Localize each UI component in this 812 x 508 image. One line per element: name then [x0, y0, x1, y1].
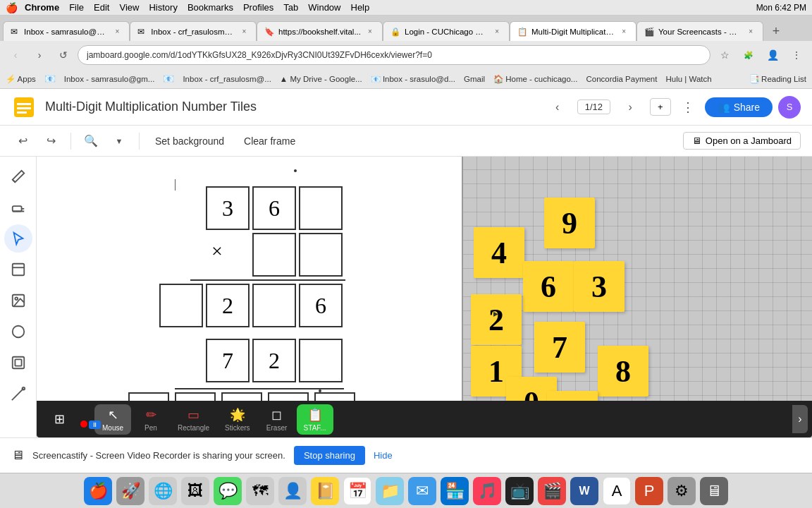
dock-screencast[interactable]: 🎬	[538, 477, 566, 505]
collapse-toolbar-button[interactable]: ›	[792, 405, 808, 433]
num-box-empty-6[interactable]	[299, 339, 343, 382]
tab-close-2[interactable]: ×	[240, 27, 249, 37]
dock-system-prefs[interactable]: ⚙	[668, 477, 696, 505]
back-button[interactable]: ‹	[6, 45, 25, 65]
menu-profiles[interactable]: Profiles	[243, 2, 273, 13]
menu-window[interactable]: Window	[308, 2, 340, 13]
laser-tool[interactable]	[4, 380, 32, 408]
dock-messages[interactable]: 💬	[214, 477, 242, 505]
redo-button[interactable]: ↪	[39, 130, 62, 152]
stop-sharing-button[interactable]: Stop sharing	[294, 446, 365, 465]
num-box-empty-1[interactable]	[299, 186, 343, 230]
tab-login[interactable]: 🔒 Login - CUChicago CAS ×	[383, 21, 510, 41]
next-frame-button[interactable]: ›	[619, 96, 641, 119]
dock-calendar[interactable]: 📅	[343, 477, 371, 505]
tab-close-5[interactable]: ×	[620, 27, 629, 37]
mouse-tool-btn[interactable]: ↖ Mouse	[94, 404, 131, 435]
reading-list-button[interactable]: 📑 Reading List	[749, 74, 806, 84]
pen-tool[interactable]	[4, 162, 32, 190]
num-box-6b[interactable]: 6	[299, 284, 343, 327]
dock-word[interactable]: W	[570, 477, 598, 505]
tab-jamboard[interactable]: 📋 Multi-Digit Multiplicatio... ×	[510, 21, 636, 41]
bookmark-apps[interactable]: ⚡ Apps	[6, 74, 36, 84]
bookmark-gmail-main[interactable]: Gmail	[464, 75, 485, 83]
num-box-7[interactable]: 7	[206, 339, 250, 382]
more-menu-button[interactable]: ⋮	[677, 96, 699, 119]
num-box-2b[interactable]: 2	[252, 339, 296, 382]
share-button[interactable]: 👥 Share	[705, 97, 773, 117]
sticky-tool[interactable]	[4, 255, 32, 284]
dock-maps[interactable]: 🗺	[246, 477, 274, 505]
tab-screencasts[interactable]: 🎬 Your Screencasts - Sc... ×	[636, 21, 763, 41]
reload-button[interactable]: ↺	[54, 45, 73, 65]
yellow-tile-6[interactable]: 6	[523, 261, 574, 312]
select-tool[interactable]	[4, 224, 32, 253]
add-frame-button[interactable]: +	[650, 98, 671, 116]
forward-button[interactable]: ›	[30, 45, 49, 65]
dock-finder[interactable]: 🍎	[84, 477, 112, 505]
yellow-tile-2[interactable]: 2	[471, 294, 522, 345]
grid-view-button[interactable]: ⊞	[41, 409, 78, 430]
bookmark-home[interactable]: 🏠 Home - cuchicago...	[493, 74, 577, 84]
tab-close-1[interactable]: ×	[113, 27, 122, 37]
frame-tool[interactable]	[4, 349, 32, 377]
set-background-button[interactable]: Set background	[148, 133, 231, 150]
menu-history[interactable]: History	[149, 2, 177, 13]
user-avatar[interactable]: S	[778, 96, 801, 119]
bookmark-gmail2[interactable]: Inbox - crf_rasulosm@...	[183, 75, 271, 83]
bookmark-gmail1[interactable]: Inbox - samrasulo@gm...	[64, 75, 155, 83]
tab-close-4[interactable]: ×	[493, 27, 502, 37]
zoom-dropdown-button[interactable]: ▼	[108, 130, 130, 152]
open-jamboard-button[interactable]: 🖥 Open on a Jamboard	[683, 132, 801, 150]
bookmark-gmail3[interactable]: 📧 Inbox - srasulo@d...	[371, 74, 455, 84]
num-box-3[interactable]: 3	[206, 186, 250, 230]
menu-help[interactable]: Help	[351, 2, 370, 13]
apple-menu[interactable]: 🍎	[6, 2, 18, 13]
eraser-tool-btn[interactable]: ◻ Eraser	[259, 404, 295, 435]
bookmark-drive[interactable]: ▲ My Drive - Google...	[280, 75, 362, 83]
dock-appstore[interactable]: 🏪	[441, 477, 469, 505]
dock-music[interactable]: 🎵	[473, 477, 501, 505]
yellow-tile-9[interactable]: 9	[544, 198, 595, 248]
bookmark-hulu[interactable]: Hulu | Watch	[665, 75, 711, 83]
staf-tool-btn[interactable]: 📋 STAF...	[297, 404, 333, 435]
dock-contacts[interactable]: 👤	[278, 477, 307, 505]
canvas-area[interactable]: | 3 6 × 2 6 7 2 5 9 4	[37, 157, 812, 437]
profile-button[interactable]: 👤	[763, 45, 782, 65]
menu-bookmarks[interactable]: Bookmarks	[187, 2, 233, 13]
menu-view[interactable]: View	[119, 2, 139, 13]
tab-close-3[interactable]: ×	[365, 27, 375, 37]
dock-tv[interactable]: 📺	[505, 477, 534, 505]
shape-tool[interactable]	[4, 318, 32, 346]
eraser-tool[interactable]	[4, 193, 32, 222]
tab-close-6[interactable]: ×	[746, 27, 756, 37]
tab-gmail-1[interactable]: ✉ Inbox - samrasulo@gm... ×	[3, 21, 130, 41]
yellow-tile-7[interactable]: 7	[534, 322, 585, 373]
rectangle-tool-btn[interactable]: ▭ Rectangle	[171, 404, 216, 435]
extensions-button[interactable]: 🧩	[739, 45, 758, 65]
dock-dict[interactable]: A	[603, 477, 631, 505]
yellow-tile-8[interactable]: 8	[598, 346, 648, 397]
dock-safari[interactable]: 🌐	[149, 477, 177, 505]
menu-edit[interactable]: Edit	[94, 2, 109, 13]
dock-powerpoint[interactable]: P	[635, 477, 663, 505]
prev-frame-button[interactable]: ‹	[546, 96, 569, 119]
yellow-tile-3[interactable]: 3	[574, 261, 625, 312]
dock-files[interactable]: 📁	[376, 477, 404, 505]
menu-file[interactable]: File	[69, 2, 84, 13]
yellow-tile-4[interactable]: 4	[474, 227, 524, 278]
num-box-empty-4[interactable]	[159, 284, 203, 327]
num-box-empty-5[interactable]	[252, 284, 296, 327]
num-box-2a[interactable]: 2	[206, 284, 250, 327]
menu-chrome[interactable]: Chrome	[25, 2, 59, 13]
num-box-empty-3[interactable]	[299, 233, 343, 277]
clear-frame-button[interactable]: Clear frame	[237, 133, 302, 150]
bookmark-concordia[interactable]: Concordia Payment	[586, 75, 657, 83]
pen-tool-btn[interactable]: ✏ Pen	[133, 404, 169, 435]
page-indicator[interactable]: 1/12	[577, 99, 610, 114]
num-box-6a[interactable]: 6	[252, 186, 296, 230]
menu-tab[interactable]: Tab	[283, 2, 298, 13]
dock-launchpad[interactable]: 🚀	[116, 477, 144, 505]
dock-photos[interactable]: 🖼	[181, 477, 209, 505]
zoom-button[interactable]: 🔍	[80, 130, 102, 152]
